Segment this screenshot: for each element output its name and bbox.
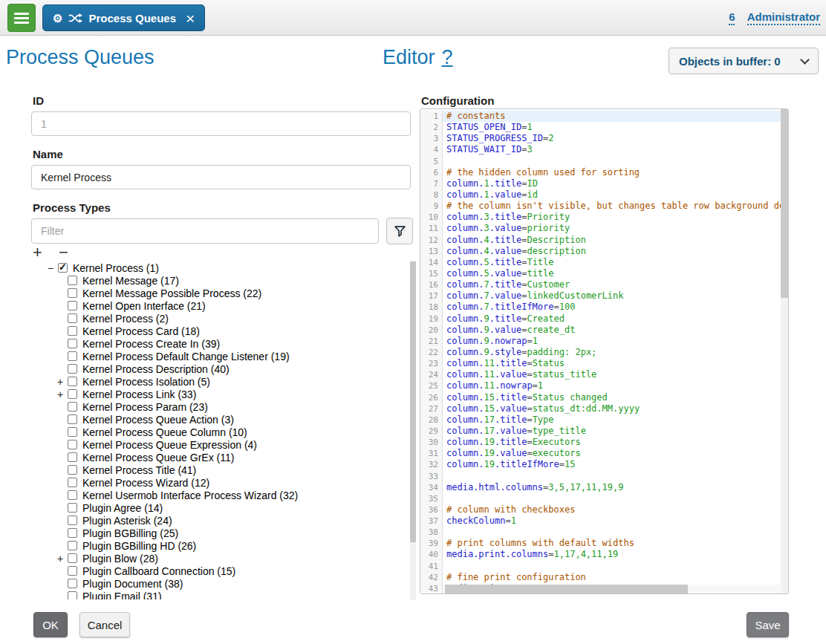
tree-checkbox[interactable] bbox=[68, 553, 77, 563]
tab-process-queues[interactable]: ⚙ Process Queues × bbox=[42, 4, 205, 31]
tree-item[interactable]: +Kernel Process Isolation (5) bbox=[31, 375, 407, 388]
tree-scrollbar[interactable] bbox=[410, 261, 416, 600]
tree-item[interactable]: Kernel Message (17) bbox=[31, 274, 407, 287]
tree-checkbox[interactable] bbox=[68, 313, 77, 323]
tree-checkbox[interactable] bbox=[68, 389, 77, 399]
code-line: 8column.1.value=id bbox=[420, 189, 788, 201]
tree-item[interactable]: Plugin Callboard Connection (15) bbox=[31, 565, 407, 577]
code-text: column.19.title=Executors bbox=[443, 437, 788, 448]
tree-item[interactable]: Kernel Process Title (41) bbox=[31, 464, 407, 476]
objects-in-buffer-dropdown[interactable]: Objects in buffer: 0 bbox=[669, 48, 819, 74]
tree-item[interactable]: Kernel Message Possible Process (22) bbox=[31, 287, 407, 299]
tree-item[interactable]: Plugin Document (38) bbox=[31, 577, 407, 590]
funnel-icon bbox=[394, 225, 406, 238]
tree-checkbox[interactable] bbox=[68, 515, 77, 525]
tree-checkbox[interactable] bbox=[68, 427, 77, 437]
code-line: 7column.1.title=ID bbox=[420, 178, 788, 189]
tree-item[interactable]: Kernel Process Description (40) bbox=[31, 362, 407, 375]
menu-button[interactable] bbox=[7, 4, 36, 32]
tree-item[interactable]: +Kernel Process Link (33) bbox=[31, 388, 407, 400]
collapse-toggle-icon[interactable]: − bbox=[46, 263, 55, 273]
editor-horizontal-scrollbar-thumb[interactable] bbox=[445, 585, 688, 593]
tree-checkbox[interactable] bbox=[68, 301, 77, 310]
tree-item-label: Plugin BGBilling HD (26) bbox=[82, 540, 196, 552]
filter-button[interactable] bbox=[386, 218, 413, 244]
tree-checkbox[interactable] bbox=[68, 541, 77, 550]
tree-checkbox[interactable] bbox=[68, 377, 77, 386]
hamburger-icon bbox=[14, 10, 29, 26]
tree-checkbox[interactable] bbox=[68, 288, 77, 298]
tree-checkbox[interactable] bbox=[68, 339, 77, 348]
user-link[interactable]: Administrator bbox=[747, 10, 820, 25]
tree-checkbox[interactable] bbox=[68, 478, 77, 487]
tree-checkbox[interactable] bbox=[68, 364, 77, 374]
code-text: column.15.value=status_dt:dd.MM.yyyy bbox=[443, 403, 788, 414]
tree-item[interactable]: Plugin Email (31) bbox=[31, 590, 407, 599]
tree-item[interactable]: Kernel Process Queue GrEx (11) bbox=[31, 451, 407, 464]
tree-checkbox[interactable] bbox=[68, 503, 77, 513]
tree-checkbox[interactable] bbox=[68, 566, 77, 576]
editor-vertical-scrollbar-thumb[interactable] bbox=[781, 109, 788, 298]
tree-checkbox[interactable] bbox=[68, 490, 77, 500]
ok-button[interactable]: OK bbox=[33, 612, 68, 637]
tree-checkbox[interactable] bbox=[58, 263, 68, 273]
line-number: 40 bbox=[420, 549, 443, 560]
tree-item[interactable]: Kernel Process Create In (39) bbox=[31, 337, 407, 350]
tree-checkbox[interactable] bbox=[68, 465, 77, 475]
code-line: 19column.9.title=Created bbox=[420, 313, 788, 325]
tree-item[interactable]: Kernel Process Queue Action (3) bbox=[31, 413, 407, 426]
tree-item[interactable]: Kernel Process Queue Expression (4) bbox=[31, 438, 407, 451]
name-field[interactable] bbox=[31, 165, 411, 189]
tree-item[interactable]: Plugin Asterisk (24) bbox=[31, 514, 407, 527]
code-lines: 1# constants2STATUS_OPEN_ID=13STATUS_PRO… bbox=[420, 111, 788, 594]
expand-toggle-icon[interactable]: + bbox=[56, 389, 65, 400]
chevron-down-icon bbox=[800, 55, 810, 65]
tree-item-label: Plugin BGBilling (25) bbox=[82, 527, 178, 539]
tree-item[interactable]: −Kernel Process (1) bbox=[31, 261, 407, 274]
tree-checkbox[interactable] bbox=[68, 351, 77, 361]
tree-item[interactable]: Kernel Process Queue Column (10) bbox=[31, 426, 407, 438]
save-button[interactable]: Save bbox=[747, 612, 789, 637]
tree-item[interactable]: Kernel Usermob Interface Process Wizard … bbox=[31, 489, 407, 501]
expand-toggle-icon[interactable]: + bbox=[56, 553, 65, 564]
configuration-editor[interactable]: 1# constants2STATUS_OPEN_ID=13STATUS_PRO… bbox=[420, 108, 789, 594]
code-line: 29column.17.value=type_title bbox=[420, 426, 788, 437]
tree-item[interactable]: Kernel Process Param (23) bbox=[31, 400, 407, 413]
tree-item[interactable]: Kernel Open Interface (21) bbox=[31, 299, 407, 312]
tree-item[interactable]: Kernel Process Default Change Listener (… bbox=[31, 350, 407, 362]
tree-checkbox[interactable] bbox=[68, 326, 77, 336]
tree-checkbox[interactable] bbox=[68, 414, 77, 424]
editor-vertical-scrollbar[interactable] bbox=[781, 109, 788, 593]
line-number: 10 bbox=[420, 212, 443, 223]
tree-scrollbar-thumb[interactable] bbox=[410, 261, 416, 542]
filter-input[interactable] bbox=[31, 218, 379, 244]
code-line: 2STATUS_OPEN_ID=1 bbox=[420, 122, 788, 133]
cancel-button[interactable]: Cancel bbox=[79, 612, 130, 637]
expand-toggle-icon[interactable]: + bbox=[56, 377, 65, 387]
tree-checkbox[interactable] bbox=[68, 452, 77, 462]
tree-checkbox[interactable] bbox=[68, 276, 77, 285]
tree-item[interactable]: Plugin Agree (14) bbox=[31, 501, 407, 514]
help-link[interactable]: ? bbox=[442, 46, 453, 68]
tree-item[interactable]: Plugin BGBilling HD (26) bbox=[31, 539, 407, 552]
tree-item[interactable]: Kernel Process Card (18) bbox=[31, 325, 407, 337]
tree-checkbox[interactable] bbox=[68, 579, 77, 588]
close-icon[interactable]: × bbox=[186, 10, 195, 26]
expand-all-button[interactable]: + bbox=[33, 243, 42, 261]
tree-item-label: Kernel Message (17) bbox=[82, 275, 179, 287]
tree-item[interactable]: Plugin BGBilling (25) bbox=[31, 527, 407, 539]
tree-item[interactable]: Kernel Process Wizard (12) bbox=[31, 476, 407, 489]
tree-item[interactable]: Kernel Process (2) bbox=[31, 312, 407, 325]
tree-checkbox[interactable] bbox=[68, 440, 77, 449]
line-number: 8 bbox=[420, 189, 443, 201]
line-number: 16 bbox=[420, 279, 443, 290]
tree-checkbox[interactable] bbox=[68, 402, 77, 412]
tree-checkbox[interactable] bbox=[68, 528, 77, 538]
notification-count-link[interactable]: 6 bbox=[729, 10, 735, 25]
tree-item[interactable]: +Plugin Blow (28) bbox=[31, 552, 407, 565]
editor-horizontal-scrollbar[interactable] bbox=[443, 585, 781, 593]
tree-checkbox[interactable] bbox=[68, 591, 77, 599]
collapse-all-button[interactable]: − bbox=[59, 243, 68, 261]
id-field[interactable] bbox=[31, 111, 411, 136]
tree-item-label: Kernel Message Possible Process (22) bbox=[82, 287, 261, 299]
